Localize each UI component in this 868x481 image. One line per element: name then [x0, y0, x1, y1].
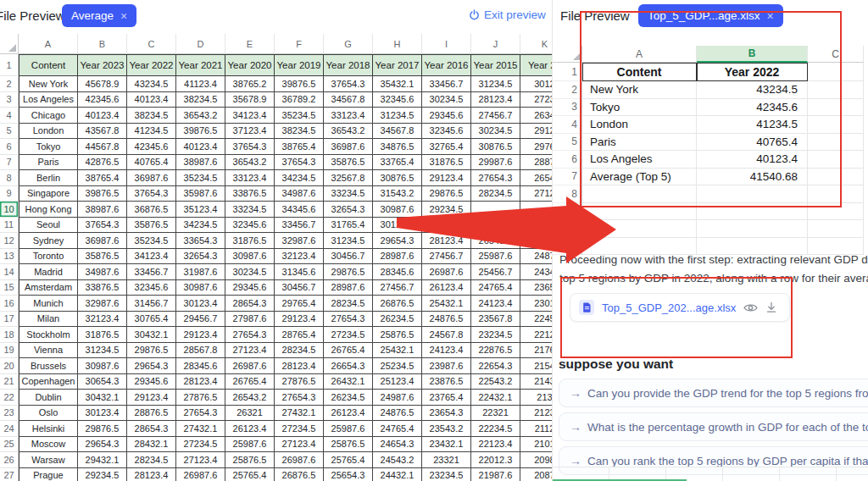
cell[interactable]: 2434 — [520, 264, 553, 280]
cell[interactable]: 33123.4 — [324, 108, 373, 124]
cell[interactable]: 31234.5 — [78, 343, 127, 359]
cell[interactable]: 24654.3 — [373, 437, 422, 453]
cell[interactable]: New York — [582, 81, 697, 99]
cell[interactable]: 24765.4 — [471, 280, 520, 296]
cell[interactable]: 30456.7 — [275, 280, 324, 296]
cell[interactable]: 30765.4 — [127, 312, 176, 328]
cell[interactable]: 37654.3 — [275, 155, 324, 171]
cell[interactable]: 27654.3 — [275, 390, 324, 406]
cell[interactable]: 31987.6 — [176, 264, 225, 280]
tab-average[interactable]: Average × — [62, 4, 136, 27]
cell[interactable]: 25123.4 — [373, 374, 422, 390]
cell[interactable] — [582, 220, 697, 238]
cell[interactable]: 26987.6 — [176, 468, 225, 481]
cell[interactable]: 43234.5 — [127, 76, 176, 92]
row-number[interactable]: 25 — [0, 437, 19, 453]
cell[interactable]: 26765.4 — [324, 343, 373, 359]
cell[interactable]: 22432.1 — [471, 390, 520, 406]
cell[interactable] — [808, 81, 864, 99]
cell[interactable]: 27987.6 — [225, 312, 275, 328]
cell[interactable]: 26123.4 — [324, 406, 373, 422]
cell[interactable]: 32345.6 — [422, 124, 471, 140]
row-number[interactable]: 9 — [0, 186, 19, 202]
cell[interactable]: 36789.2 — [275, 92, 324, 108]
row-number[interactable]: 7 — [553, 169, 582, 186]
cell[interactable]: 2123 — [520, 406, 553, 422]
cell[interactable]: 28123.4 — [422, 233, 471, 249]
cell[interactable]: 2245 — [520, 312, 553, 328]
row-number[interactable]: 26 — [0, 452, 19, 468]
cell[interactable]: Seoul — [19, 218, 78, 234]
cell[interactable]: 28345.6 — [176, 358, 225, 374]
tab-top5-gdp-file[interactable]: Top_5_GDP...age.xlsx × — [638, 4, 783, 27]
cell[interactable]: 25987.6 — [225, 437, 275, 453]
cell[interactable]: 26876.5 — [373, 296, 422, 312]
header-cell[interactable]: Year 2022 — [127, 54, 176, 76]
cell[interactable]: London — [19, 124, 78, 140]
row-number[interactable]: 4 — [553, 116, 582, 134]
cell[interactable]: 33234.5 — [324, 186, 373, 202]
cell[interactable]: Tokyo — [19, 139, 78, 155]
view-icon[interactable] — [743, 302, 758, 313]
cell[interactable]: 36987.6 — [78, 233, 127, 249]
column-header-C[interactable]: C — [127, 34, 176, 54]
cell[interactable]: 41234.5 — [697, 116, 808, 134]
cell[interactable]: 36987.6 — [127, 170, 176, 186]
cell[interactable]: 2301 — [520, 296, 553, 312]
cell[interactable]: Warsaw — [19, 452, 78, 468]
cell[interactable]: Helsinki — [19, 421, 78, 437]
cell[interactable]: 25876.5 — [225, 452, 275, 468]
cell[interactable]: 30234.5 — [471, 124, 520, 140]
select-all-corner[interactable] — [0, 34, 19, 54]
cell[interactable]: 38765.4 — [78, 170, 127, 186]
cell[interactable]: 28123.4 — [275, 358, 324, 374]
row-number[interactable]: 20 — [0, 358, 19, 374]
cell[interactable]: 22234.5 — [471, 421, 520, 437]
cell[interactable]: 36543.2 — [225, 155, 275, 171]
row-number[interactable]: 8 — [553, 185, 582, 203]
suggestion-chip[interactable]: →What is the percentage growth in GDP fo… — [559, 412, 868, 441]
row-number[interactable]: 10 — [0, 202, 19, 218]
cell[interactable]: 2976 — [520, 139, 553, 155]
cell[interactable]: 35123.4 — [176, 202, 225, 218]
cell[interactable]: 29876.5 — [422, 186, 471, 202]
row-number[interactable]: 16 — [0, 296, 19, 312]
cell[interactable]: Madrid — [19, 264, 78, 280]
cell[interactable]: 44567.8 — [78, 139, 127, 155]
download-icon[interactable] — [765, 301, 777, 313]
cell[interactable]: 33765.4 — [373, 155, 422, 171]
cell[interactable]: 34567.8 — [324, 92, 373, 108]
row-number[interactable]: 11 — [0, 218, 19, 234]
cell[interactable]: 30432.1 — [78, 390, 127, 406]
cell[interactable]: 26987.6 — [275, 452, 324, 468]
cell[interactable]: 26234.5 — [373, 312, 422, 328]
cell[interactable]: 31543.2 — [373, 186, 422, 202]
cell[interactable]: 23654.3 — [422, 406, 471, 422]
cell[interactable]: 25987.6 — [471, 249, 520, 265]
cell[interactable]: 27432.1 — [176, 421, 225, 437]
cell[interactable] — [808, 238, 864, 256]
cell[interactable] — [808, 134, 864, 152]
cell[interactable]: 25765.4 — [225, 468, 275, 481]
column-header-B[interactable]: B — [78, 34, 127, 54]
cell[interactable]: 22654.3 — [471, 358, 520, 374]
cell[interactable]: 27654.3 — [471, 170, 520, 186]
cell[interactable]: 35432.1 — [373, 76, 422, 92]
cell[interactable] — [808, 220, 864, 238]
cell[interactable] — [582, 203, 697, 221]
cell[interactable]: 24123.4 — [422, 343, 471, 359]
cell[interactable]: 32123.4 — [78, 312, 127, 328]
cell[interactable]: 2912 — [520, 124, 553, 140]
row-number[interactable]: 1 — [0, 54, 19, 76]
cell[interactable]: 29123.4 — [275, 312, 324, 328]
column-header-B[interactable]: B — [697, 46, 808, 63]
cell[interactable]: 2723 — [520, 92, 553, 108]
cell[interactable]: 29876.5 — [324, 264, 373, 280]
cell[interactable]: 39876.5 — [78, 186, 127, 202]
cell[interactable]: 33876.5 — [78, 280, 127, 296]
row-number[interactable]: 21 — [0, 374, 19, 390]
cell[interactable]: 30987.6 — [225, 249, 275, 265]
cell[interactable]: Paris — [19, 155, 78, 171]
cell[interactable]: 33876.5 — [225, 186, 275, 202]
cell[interactable]: 29123.4 — [422, 170, 471, 186]
